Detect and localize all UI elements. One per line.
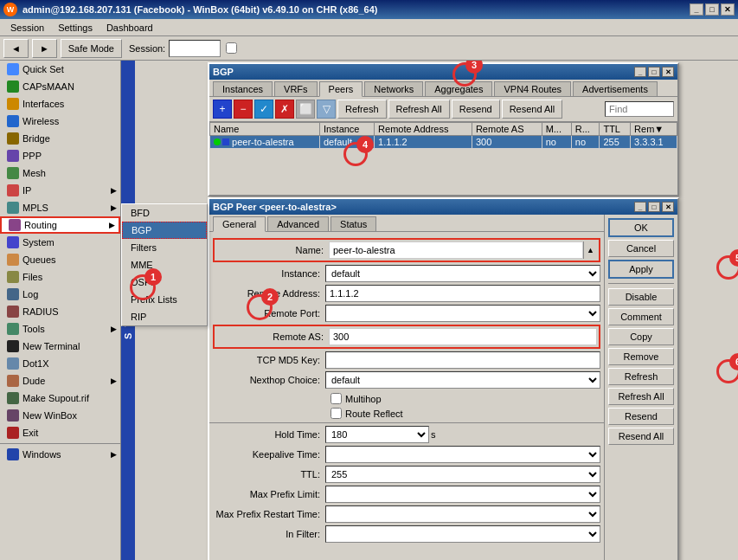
maximize-btn[interactable]: □ (705, 3, 719, 16)
bgp-refresh-all-btn[interactable]: Refresh All (388, 100, 450, 119)
bgp-refresh-btn[interactable]: Refresh (337, 100, 387, 119)
bgp-resend-btn[interactable]: Resend (452, 100, 500, 119)
col-r[interactable]: R... (571, 123, 600, 136)
sidebar-item-mpls[interactable]: MPLS ▶ (0, 199, 120, 216)
nexthop-select[interactable]: default (325, 371, 600, 389)
resend-button[interactable]: Resend (608, 408, 674, 425)
resend-all-button[interactable]: Resend All (608, 428, 674, 445)
minimize-btn[interactable]: _ (690, 3, 703, 16)
peer-tab-status[interactable]: Status (330, 216, 376, 231)
close-btn[interactable]: ✕ (721, 3, 735, 16)
multihop-checkbox[interactable] (330, 393, 342, 404)
tab-advertisements[interactable]: Advertisements (573, 81, 658, 96)
bgp-minimize[interactable]: _ (634, 67, 646, 77)
sidebar-item-dude[interactable]: Dude ▶ (0, 372, 120, 389)
refresh-all-button[interactable]: Refresh All (608, 388, 674, 405)
sidebar-item-dot1x[interactable]: Dot1X (0, 355, 120, 372)
bgp-maximize[interactable]: □ (648, 67, 660, 77)
sidebar-item-radius[interactable]: RADIUS (0, 303, 120, 320)
menu-dashboard[interactable]: Dashboard (99, 21, 160, 35)
sidebar-item-files[interactable]: Files (0, 268, 120, 286)
bgp-add-btn[interactable]: + (213, 100, 232, 119)
refresh-button[interactable]: Refresh (608, 368, 674, 385)
back-button[interactable]: ◄ (3, 39, 29, 58)
apply-button[interactable]: Apply (608, 260, 674, 279)
name-input[interactable] (329, 241, 583, 259)
max-prefix-restart-select[interactable] (325, 505, 600, 523)
submenu-bgp[interactable]: BGP (122, 222, 207, 239)
sidebar-item-capsman[interactable]: CAPsMAAN (0, 78, 120, 95)
bgp-remove-btn[interactable]: − (234, 100, 253, 119)
in-filter-select[interactable] (325, 525, 600, 543)
sidebar-item-ip[interactable]: IP ▶ (0, 182, 120, 199)
peer-tab-general[interactable]: General (213, 216, 266, 232)
col-m[interactable]: M... (542, 123, 571, 136)
col-ttl[interactable]: TTL (600, 123, 631, 136)
sidebar-item-ppp[interactable]: PPP (0, 147, 120, 164)
bgp-find-input[interactable] (605, 101, 674, 117)
sidebar-item-exit[interactable]: Exit (0, 424, 120, 441)
submenu-ospf[interactable]: OSPF (122, 274, 207, 291)
tab-networks[interactable]: Networks (364, 81, 423, 96)
col-remote-address[interactable]: Remote Address (375, 123, 472, 136)
table-row[interactable]: peer-to-alestra default 1.1.1.2 300 no n… (210, 136, 677, 149)
cancel-button[interactable]: Cancel (608, 240, 674, 257)
disable-button[interactable]: Disable (608, 288, 674, 306)
bgp-filter-btn[interactable]: ▽ (317, 100, 336, 119)
forward-button[interactable]: ► (32, 39, 57, 58)
tab-aggregates[interactable]: Aggregates (425, 81, 492, 96)
col-remote-as[interactable]: Remote AS (472, 123, 542, 136)
sidebar-item-queues[interactable]: Queues (0, 251, 120, 268)
peer-close[interactable]: ✕ (662, 202, 674, 212)
sidebar-item-wireless[interactable]: Wireless (0, 113, 120, 130)
copy-button[interactable]: Copy (608, 328, 674, 345)
session-checkbox[interactable] (226, 42, 237, 54)
ok-button[interactable]: OK (608, 218, 674, 237)
sidebar-item-routing[interactable]: Routing ▶ (0, 216, 120, 234)
tab-vpn4routes[interactable]: VPN4 Routes (494, 81, 571, 96)
sidebar-item-newterminal[interactable]: New Terminal (0, 338, 120, 355)
menu-session[interactable]: Session (3, 21, 51, 35)
tcp-md5-input[interactable] (325, 351, 600, 369)
submenu-bfd[interactable]: BFD (122, 204, 207, 222)
submenu-mme[interactable]: MME (122, 256, 207, 274)
sidebar-item-tools[interactable]: Tools ▶ (0, 320, 120, 338)
tab-peers[interactable]: Peers (319, 81, 363, 97)
sidebar-item-mesh[interactable]: Mesh (0, 164, 120, 182)
sidebar-item-log[interactable]: Log (0, 286, 120, 303)
bgp-resend-all-btn[interactable]: Resend All (502, 100, 563, 119)
peer-maximize[interactable]: □ (648, 202, 660, 212)
col-instance[interactable]: Instance (319, 123, 374, 136)
tab-vrfs[interactable]: VRFs (274, 81, 318, 96)
name-scroll[interactable]: ▲ (583, 241, 597, 259)
sidebar-item-interfaces[interactable]: Interfaces (0, 95, 120, 113)
remote-address-input[interactable] (325, 285, 600, 302)
bgp-enable-btn[interactable]: ✓ (254, 100, 273, 119)
bgp-close[interactable]: ✕ (662, 67, 674, 77)
remote-as-input[interactable] (329, 328, 597, 345)
peer-tab-advanced[interactable]: Advanced (267, 216, 329, 231)
keepalive-select[interactable] (325, 446, 600, 463)
ttl-select[interactable]: 255 (325, 466, 600, 483)
sidebar-item-makesupout[interactable]: Make Supout.rif (0, 389, 120, 407)
bgp-copy-btn[interactable]: ⬜ (296, 100, 315, 119)
submenu-prefix-lists[interactable]: Prefix Lists (122, 291, 207, 308)
sidebar-item-bridge[interactable]: Bridge (0, 130, 120, 147)
remote-port-select[interactable] (325, 305, 600, 322)
sidebar-item-system[interactable]: System (0, 234, 120, 251)
tab-instances[interactable]: Instances (213, 81, 273, 96)
sidebar-item-windows[interactable]: Windows ▶ (0, 446, 120, 463)
max-prefix-select[interactable] (325, 486, 600, 503)
sidebar-item-newwinbox[interactable]: New WinBox (0, 407, 120, 424)
safemode-button[interactable]: Safe Mode (61, 39, 122, 58)
sidebar-item-quickset[interactable]: Quick Set (0, 61, 120, 78)
peer-minimize[interactable]: _ (634, 202, 646, 212)
col-name[interactable]: Name (210, 123, 320, 136)
remove-button[interactable]: Remove (608, 348, 674, 365)
instance-select[interactable]: default (325, 265, 600, 282)
route-reflect-checkbox[interactable] (330, 408, 342, 419)
bgp-disable-btn[interactable]: ✗ (275, 100, 294, 119)
hold-time-select[interactable]: 180 (325, 426, 429, 443)
menu-settings[interactable]: Settings (51, 21, 99, 35)
submenu-filters[interactable]: Filters (122, 239, 207, 256)
